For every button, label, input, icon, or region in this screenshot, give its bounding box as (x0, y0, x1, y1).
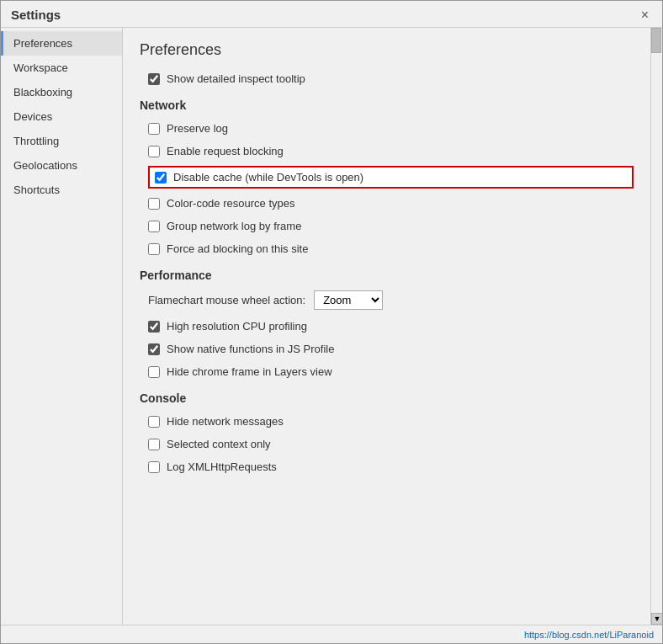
hide-chrome-frame-checkbox[interactable] (148, 366, 160, 378)
console-section-title: Console (140, 391, 634, 405)
enable-request-blocking-label[interactable]: Enable request blocking (167, 145, 284, 157)
content-scroll: Preferences Show detailed inspect toolti… (123, 28, 650, 625)
log-xml-http-row: Log XMLHttpRequests (148, 459, 634, 475)
preserve-log-checkbox[interactable] (148, 123, 160, 135)
scrollbar[interactable]: ▼ (650, 28, 662, 625)
sidebar: Preferences Workspace Blackboxing Device… (1, 28, 123, 625)
dialog-titlebar: Settings × (1, 1, 662, 28)
sidebar-item-geolocations[interactable]: Geolocations (1, 153, 122, 178)
status-url[interactable]: https://blog.csdn.net/LiParanoid (524, 630, 654, 640)
preserve-log-label[interactable]: Preserve log (167, 122, 228, 135)
content-area: Preferences Show detailed inspect toolti… (123, 28, 662, 625)
page-title: Preferences (140, 41, 634, 59)
force-ad-blocking-row: Force ad blocking on this site (148, 241, 634, 257)
scroll-thumb[interactable] (651, 28, 661, 53)
force-ad-blocking-label[interactable]: Force ad blocking on this site (167, 242, 308, 255)
selected-context-only-row: Selected context only (148, 436, 634, 452)
color-code-row: Color-code resource types (148, 195, 634, 211)
log-xml-http-checkbox[interactable] (148, 461, 160, 473)
disable-cache-row: Disable cache (while DevTools is open) (148, 166, 634, 189)
sidebar-item-blackboxing[interactable]: Blackboxing (1, 80, 122, 104)
show-inspect-tooltip-checkbox[interactable] (148, 73, 160, 85)
high-res-cpu-checkbox[interactable] (148, 321, 160, 333)
dialog-title: Settings (11, 8, 61, 22)
show-native-label[interactable]: Show native functions in JS Profile (167, 343, 334, 355)
settings-dialog: Settings × Preferences Workspace Blackbo… (0, 0, 663, 644)
sidebar-item-workspace[interactable]: Workspace (1, 56, 122, 80)
group-network-row: Group network log by frame (148, 218, 634, 234)
color-code-label[interactable]: Color-code resource types (167, 197, 294, 210)
flamechart-select[interactable]: Zoom Scroll (314, 290, 383, 310)
sidebar-item-shortcuts[interactable]: Shortcuts (1, 178, 122, 202)
group-network-checkbox[interactable] (148, 221, 160, 232)
high-res-cpu-label[interactable]: High resolution CPU profiling (167, 320, 307, 333)
disable-cache-label[interactable]: Disable cache (while DevTools is open) (173, 171, 363, 184)
status-bar: https://blog.csdn.net/LiParanoid (1, 625, 662, 643)
show-inspect-tooltip-row: Show detailed inspect tooltip (148, 71, 634, 87)
scroll-arrow-down[interactable]: ▼ (651, 613, 662, 625)
high-res-cpu-row: High resolution CPU profiling (148, 318, 634, 334)
show-inspect-tooltip-label[interactable]: Show detailed inspect tooltip (167, 72, 305, 85)
network-section-title: Network (140, 98, 634, 112)
hide-network-messages-row: Hide network messages (148, 413, 634, 429)
enable-request-blocking-row: Enable request blocking (148, 143, 634, 159)
hide-network-messages-checkbox[interactable] (148, 416, 160, 428)
sidebar-item-throttling[interactable]: Throttling (1, 129, 122, 153)
hide-chrome-frame-row: Hide chrome frame in Layers view (148, 364, 634, 380)
close-button[interactable]: × (638, 8, 652, 22)
force-ad-blocking-checkbox[interactable] (148, 243, 160, 255)
hide-network-messages-label[interactable]: Hide network messages (167, 415, 284, 428)
log-xml-http-label[interactable]: Log XMLHttpRequests (167, 460, 277, 473)
preserve-log-row: Preserve log (148, 120, 634, 136)
selected-context-only-checkbox[interactable] (148, 439, 160, 450)
enable-request-blocking-checkbox[interactable] (148, 146, 160, 157)
show-native-row: Show native functions in JS Profile (148, 341, 634, 357)
show-native-checkbox[interactable] (148, 343, 160, 355)
dialog-body: Preferences Workspace Blackboxing Device… (1, 28, 662, 625)
sidebar-item-preferences[interactable]: Preferences (1, 31, 122, 56)
group-network-label[interactable]: Group network log by frame (167, 220, 301, 232)
hide-chrome-frame-label[interactable]: Hide chrome frame in Layers view (167, 365, 332, 378)
flamechart-dropdown-row: Flamechart mouse wheel action: Zoom Scro… (148, 290, 634, 310)
flamechart-label: Flamechart mouse wheel action: (148, 294, 305, 306)
disable-cache-checkbox[interactable] (155, 172, 167, 184)
selected-context-only-label[interactable]: Selected context only (167, 438, 271, 450)
sidebar-item-devices[interactable]: Devices (1, 104, 122, 129)
color-code-checkbox[interactable] (148, 198, 160, 210)
performance-section-title: Performance (140, 269, 634, 282)
